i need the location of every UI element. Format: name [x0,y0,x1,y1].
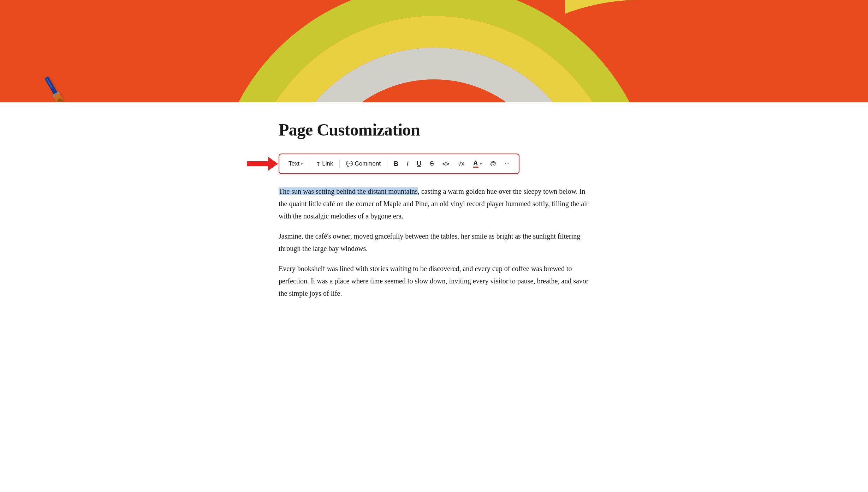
toolbar-wrapper: Text ▾ ↗ Link 💬 Comment B i [279,154,589,174]
highlighted-text: The sun was setting behind the distant m… [279,187,418,195]
page-title: Page Customization [279,120,589,139]
italic-button[interactable]: i [403,158,412,170]
text-style-label: Text [289,160,299,167]
comment-button[interactable]: 💬 Comment [343,158,384,169]
more-options-button[interactable]: ··· [501,158,513,169]
color-underline [473,167,478,168]
link-icon: ↗ [314,160,323,168]
bold-label: B [394,160,398,168]
arrow-head [268,157,278,171]
link-label: Link [322,160,333,167]
arrow-indicator [247,157,278,171]
sqrt-label: √x [458,160,464,167]
text-style-dropdown[interactable]: Text ▾ [285,158,306,169]
chevron-down-icon: ▾ [301,162,303,166]
divider-1 [309,160,309,168]
arrow-body [247,161,268,166]
font-color-wrapper: A [473,160,478,168]
strikethrough-label: S [430,160,434,167]
divider-3 [387,160,387,168]
bold-button[interactable]: B [390,158,402,170]
divider-2 [339,160,340,168]
font-color-label: A [473,160,478,166]
text-content: The sun was setting behind the distant m… [279,185,589,300]
comment-label: Comment [355,160,381,167]
more-options-label: ··· [505,160,510,167]
mention-label: @ [490,160,496,167]
underline-button[interactable]: U [413,158,425,170]
font-color-chevron: ▾ [480,162,482,166]
font-color-button[interactable]: A ▾ [469,158,485,170]
comment-icon: 💬 [346,161,353,167]
underline-label: U [417,160,421,168]
link-button[interactable]: ↗ Link [312,158,337,170]
strikethrough-button[interactable]: S [426,158,437,169]
italic-label: i [407,160,408,168]
math-button[interactable]: √x [454,158,468,169]
content-area: Page Customization Text ▾ ↗ Link [264,102,604,328]
formatting-toolbar: Text ▾ ↗ Link 💬 Comment B i [279,154,519,174]
mention-button[interactable]: @ [487,158,500,169]
code-button[interactable]: <> [439,158,453,169]
paragraph-1: The sun was setting behind the distant m… [279,185,589,222]
paragraph-3: Every bookshelf was lined with stories w… [279,263,589,300]
hero-banner [0,0,868,102]
code-label: <> [442,160,449,167]
paragraph-2: Jasmine, the café's owner, moved gracefu… [279,230,589,255]
